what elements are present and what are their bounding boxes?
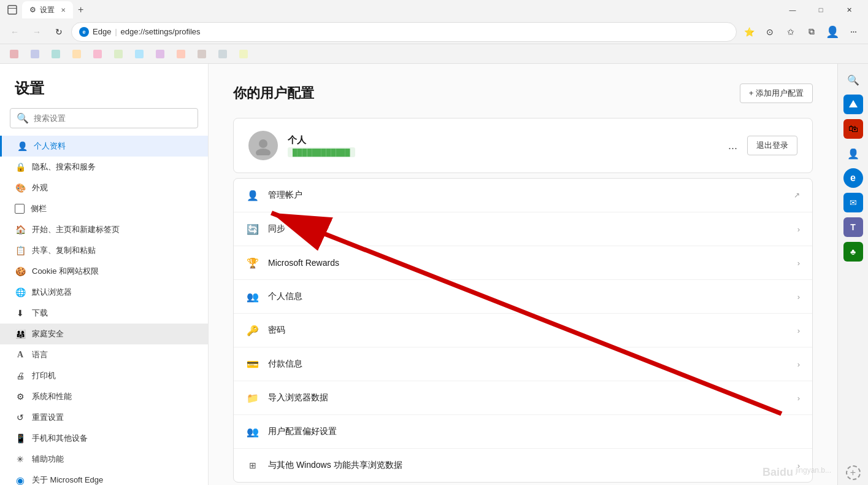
- payment-label: 付款信息: [268, 359, 789, 370]
- profile-btn[interactable]: 👤: [823, 22, 842, 42]
- printer-icon: 🖨: [15, 370, 26, 381]
- sidebar-item-share[interactable]: 📋 共享、复制和粘贴: [0, 240, 208, 261]
- list-item-payment[interactable]: 💳 付款信息 ›: [234, 347, 812, 381]
- collections-icon-btn[interactable]: ✩: [781, 22, 801, 42]
- refresh-btn[interactable]: ↻: [49, 22, 69, 42]
- sync-label: 同步: [268, 223, 789, 235]
- list-item-rewards[interactable]: 🏆 Microsoft Rewards ›: [234, 246, 812, 280]
- bookmark-11[interactable]: [213, 49, 232, 60]
- bookmark-7[interactable]: [130, 49, 148, 60]
- bookmark-4[interactable]: [67, 49, 86, 60]
- add-profile-btn[interactable]: + 添加用户配置: [740, 83, 813, 103]
- manage-account-icon: 👤: [246, 188, 259, 202]
- share-windows-chevron: ›: [797, 461, 800, 470]
- back-btn[interactable]: ←: [5, 22, 25, 42]
- sidebar-item-sidebar[interactable]: 侧栏: [0, 198, 208, 219]
- forward-btn[interactable]: →: [27, 22, 47, 42]
- bookmark-3[interactable]: [47, 49, 65, 60]
- tab-close-btn[interactable]: ✕: [61, 7, 66, 14]
- new-tab-btn[interactable]: +: [78, 4, 83, 15]
- search-icon: 🔍: [17, 112, 29, 124]
- sidebar-item-label-default: 默认浏览器: [32, 287, 72, 298]
- sidebar-item-appearance[interactable]: 🎨 外观: [0, 177, 208, 198]
- sidebar-item-printer[interactable]: 🖨 打印机: [0, 365, 208, 386]
- list-item-personal-info[interactable]: 👥 个人信息 ›: [234, 280, 812, 314]
- list-item-manage-account[interactable]: 👤 管理帐户 ↗: [234, 179, 812, 212]
- titlebar: ⚙ 设置 ✕ + — □ ✕: [0, 0, 868, 20]
- bookmark-5[interactable]: [88, 49, 107, 60]
- sidebar-item-downloads[interactable]: ⬇ 下载: [0, 303, 208, 324]
- sidebar-item-reset[interactable]: ↺ 重置设置: [0, 407, 208, 428]
- address-bar[interactable]: e Edge | edge://settings/profiles: [71, 22, 737, 42]
- sidebar-item-label-accessibility: 辅助功能: [32, 454, 64, 465]
- teams-icon[interactable]: T: [843, 217, 863, 237]
- page-title: 你的用户配置: [233, 84, 314, 103]
- sidebar-item-accessibility[interactable]: ✳ 辅助功能: [0, 449, 208, 470]
- bookmark-2[interactable]: [26, 49, 44, 60]
- close-btn[interactable]: ✕: [835, 0, 863, 20]
- sidebar-search-container[interactable]: 🔍: [10, 108, 198, 128]
- games-icon[interactable]: ♣: [843, 242, 863, 262]
- settings-tab[interactable]: ⚙ 设置 ✕: [22, 1, 73, 18]
- profile-card: 个人 ████████████ ... 退出登录: [233, 118, 813, 173]
- settings-header: 你的用户配置 + 添加用户配置: [233, 83, 813, 103]
- copilot-search-btn[interactable]: 🔍: [842, 69, 864, 91]
- homepage-icon: 🏠: [15, 224, 26, 235]
- sidebar-item-privacy[interactable]: 🔒 隐私、搜索和服务: [0, 157, 208, 177]
- sidebar-item-profile[interactable]: 👤 个人资料: [0, 136, 208, 157]
- outlook-icon[interactable]: ✉: [843, 193, 863, 212]
- svg-point-4: [259, 139, 267, 148]
- accessibility-icon: ✳: [15, 454, 26, 465]
- rewards-chevron: ›: [797, 258, 800, 268]
- tab-view-btn[interactable]: [5, 2, 20, 17]
- list-item-share-windows[interactable]: ⊞ 与其他 Windows 功能共享浏览数据 ›: [234, 449, 812, 482]
- sidebar-item-label-appearance: 外观: [32, 182, 48, 193]
- sidebar-item-label-privacy: 隐私、搜索和服务: [32, 161, 96, 173]
- add-sidebar-app-btn[interactable]: +: [846, 465, 861, 480]
- bookmark-10[interactable]: [193, 49, 211, 60]
- sidebar-item-family[interactable]: 👨‍👩‍👧 家庭安全: [0, 324, 208, 344]
- copilot-icon[interactable]: [843, 95, 863, 114]
- list-item-import[interactable]: 📁 导入浏览器数据 ›: [234, 381, 812, 415]
- sidebar-item-language[interactable]: A 语言: [0, 344, 208, 365]
- personal-info-icon: 👥: [246, 290, 259, 303]
- split-view-btn[interactable]: ⧉: [802, 22, 821, 42]
- sidebar-item-default-browser[interactable]: 🌐 默认浏览器: [0, 282, 208, 303]
- bookmark-1[interactable]: [5, 49, 23, 60]
- edge-icon[interactable]: e: [843, 168, 863, 188]
- profile-info: 个人 ████████████: [288, 134, 713, 157]
- search-input[interactable]: [34, 114, 191, 123]
- favorites-icon-btn[interactable]: ⭐: [739, 22, 759, 42]
- sidebar-item-label-cookies: Cookie 和网站权限: [32, 266, 99, 277]
- bookmark-9[interactable]: [172, 49, 190, 60]
- bookmark-6[interactable]: [109, 49, 128, 60]
- sidebar-item-system[interactable]: ⚙ 系统和性能: [0, 386, 208, 407]
- shopping-icon[interactable]: 🛍: [843, 119, 863, 139]
- bookmark-12[interactable]: [234, 49, 253, 60]
- maximize-btn[interactable]: □: [807, 0, 835, 20]
- personal-info-label: 个人信息: [268, 291, 789, 302]
- profile-more-btn[interactable]: ...: [723, 137, 742, 155]
- tab-label: 设置: [40, 5, 55, 15]
- more-btn[interactable]: ···: [843, 22, 863, 42]
- svg-rect-1: [8, 8, 17, 9]
- manage-account-label: 管理帐户: [268, 190, 785, 201]
- profile-logout-btn[interactable]: 退出登录: [747, 136, 797, 155]
- list-item-profile-prefs[interactable]: 👥 用户配置偏好设置: [234, 415, 812, 449]
- external-link-icon: ↗: [794, 191, 800, 200]
- minimize-btn[interactable]: —: [778, 0, 807, 20]
- sidebar-item-homepage[interactable]: 🏠 开始、主页和新建标签页: [0, 219, 208, 240]
- profile-icon: 👤: [17, 141, 28, 152]
- profile-prefs-label: 用户配置偏好设置: [268, 426, 800, 437]
- sidebar-item-about[interactable]: ◉ 关于 Microsoft Edge: [0, 470, 208, 485]
- profile-email: ████████████: [288, 147, 355, 157]
- sidebar-item-phone[interactable]: 📱 手机和其他设备: [0, 428, 208, 449]
- reset-icon: ↺: [15, 412, 26, 423]
- profile-sidebar-btn[interactable]: 👤: [842, 142, 864, 165]
- toolbar-right: ⭐ ⊙ ✩ ⧉ 👤 ···: [739, 22, 863, 42]
- compat-icon-btn[interactable]: ⊙: [760, 22, 780, 42]
- list-item-password[interactable]: 🔑 密码 ›: [234, 314, 812, 347]
- sidebar-item-cookies[interactable]: 🍪 Cookie 和网站权限: [0, 261, 208, 282]
- list-item-sync[interactable]: 🔄 同步 ›: [234, 212, 812, 246]
- bookmark-8[interactable]: [151, 49, 169, 60]
